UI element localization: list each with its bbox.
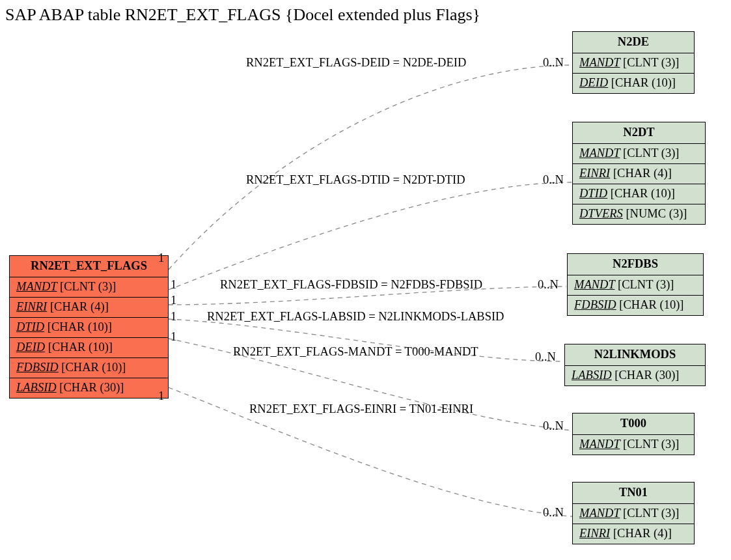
entity-field: DTID [CHAR (10)] <box>573 184 705 204</box>
entity-field: LABSID [CHAR (30)] <box>565 366 705 385</box>
entity-field: DTVERS [NUMC (3)] <box>573 204 705 224</box>
entity-t000: T000 MANDT [CLNT (3)] <box>572 413 695 455</box>
entity-main-field: LABSID [CHAR (30)] <box>10 378 168 398</box>
entity-tn01: TN01 MANDT [CLNT (3)] EINRI [CHAR (4)] <box>572 482 695 544</box>
entity-n2de: N2DE MANDT [CLNT (3)] DEID [CHAR (10)] <box>572 31 695 94</box>
cardinality-right: 0..N <box>543 173 564 187</box>
entity-header: TN01 <box>573 483 694 504</box>
cardinality-left: 1 <box>171 278 176 292</box>
entity-main-header: RN2ET_EXT_FLAGS <box>10 256 168 277</box>
entity-n2linkmods: N2LINKMODS LABSID [CHAR (30)] <box>564 344 706 386</box>
entity-header: N2DE <box>573 32 694 53</box>
relation-label: RN2ET_EXT_FLAGS-LABSID = N2LINKMODS-LABS… <box>207 310 504 324</box>
entity-main-field: DTID [CHAR (10)] <box>10 318 168 338</box>
entity-field: MANDT [CLNT (3)] <box>573 435 694 455</box>
cardinality-left: 1 <box>171 330 176 344</box>
cardinality-left: 1 <box>171 310 176 324</box>
cardinality-left: 1 <box>158 389 164 403</box>
entity-main-field: FDBSID [CHAR (10)] <box>10 358 168 378</box>
diagram-title: SAP ABAP table RN2ET_EXT_FLAGS {Docel ex… <box>5 5 480 25</box>
cardinality-right: 0..N <box>535 350 556 364</box>
entity-field: MANDT [CLNT (3)] <box>573 144 705 164</box>
cardinality-right: 0..N <box>543 56 564 70</box>
entity-field: EINRI [CHAR (4)] <box>573 524 694 544</box>
entity-n2dt: N2DT MANDT [CLNT (3)] EINRI [CHAR (4)] D… <box>572 122 706 225</box>
relation-label: RN2ET_EXT_FLAGS-EINRI = TN01-EINRI <box>249 402 473 416</box>
entity-field: DEID [CHAR (10)] <box>573 74 694 93</box>
entity-field: EINRI [CHAR (4)] <box>573 164 705 184</box>
relation-label: RN2ET_EXT_FLAGS-FDBSID = N2FDBS-FDBSID <box>220 278 482 292</box>
entity-header: N2LINKMODS <box>565 344 705 366</box>
entity-header: N2DT <box>573 122 705 144</box>
relation-label: RN2ET_EXT_FLAGS-DEID = N2DE-DEID <box>246 56 466 70</box>
entity-field: FDBSID [CHAR (10)] <box>568 296 703 315</box>
relation-label: RN2ET_EXT_FLAGS-MANDT = T000-MANDT <box>233 345 478 359</box>
cardinality-right: 0..N <box>538 278 559 292</box>
entity-main-field: DEID [CHAR (10)] <box>10 338 168 358</box>
entity-field: MANDT [CLNT (3)] <box>573 504 694 524</box>
cardinality-right: 0..N <box>543 506 564 520</box>
entity-header: N2FDBS <box>568 254 703 275</box>
cardinality-left: 1 <box>171 294 176 307</box>
entity-main-field: EINRI [CHAR (4)] <box>10 298 168 318</box>
entity-header: T000 <box>573 413 694 435</box>
entity-field: MANDT [CLNT (3)] <box>573 53 694 74</box>
entity-main-field: MANDT [CLNT (3)] <box>10 277 168 298</box>
cardinality-left: 1 <box>158 251 164 265</box>
entity-n2fdbs: N2FDBS MANDT [CLNT (3)] FDBSID [CHAR (10… <box>567 253 704 316</box>
cardinality-right: 0..N <box>543 419 564 433</box>
entity-main: RN2ET_EXT_FLAGS MANDT [CLNT (3)] EINRI [… <box>9 255 169 399</box>
entity-field: MANDT [CLNT (3)] <box>568 275 703 296</box>
relation-label: RN2ET_EXT_FLAGS-DTID = N2DT-DTID <box>246 173 465 187</box>
